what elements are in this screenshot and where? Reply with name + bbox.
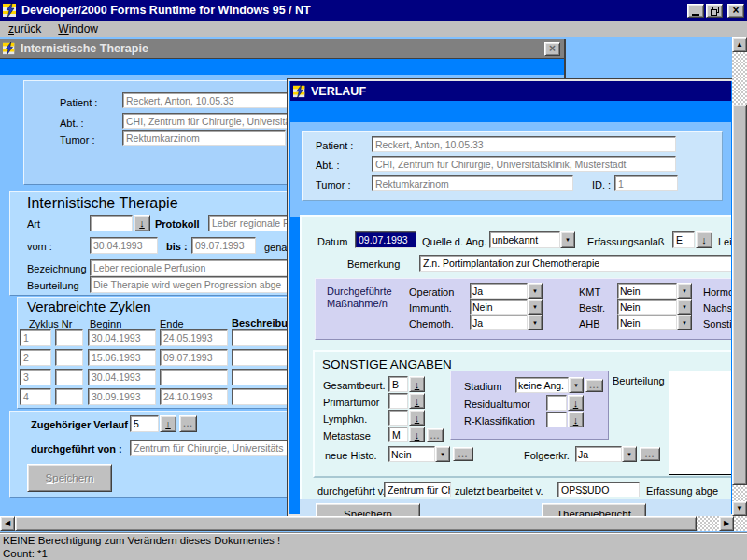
abt-field[interactable]: CHI, Zentrum für Chirurgie, Universitäts… <box>372 156 676 172</box>
folgeerkr-dropdown[interactable]: Ja ▼ <box>575 446 637 462</box>
cycle-ende-field[interactable] <box>160 369 228 385</box>
scroll-down-button[interactable]: ▼ <box>732 501 747 516</box>
ahb-dropdown-arrow-icon[interactable]: ▼ <box>677 315 692 330</box>
stadium-more-button[interactable]: ... <box>585 379 603 392</box>
cycle-nr-field[interactable]: 2 <box>20 349 51 366</box>
quelle-dropdown-arrow-icon[interactable]: ▼ <box>560 231 575 248</box>
immunth-dropdown-arrow-icon[interactable]: ▼ <box>528 299 543 315</box>
r-klassifikation-lov-button[interactable]: ↓ <box>568 412 584 427</box>
residualtumor-lov-button[interactable]: ↓ <box>568 395 584 411</box>
verlauf-lov-button[interactable]: ↓ <box>160 415 176 432</box>
restore-button[interactable] <box>706 4 723 18</box>
tumor-field[interactable]: Rektumkarzinom <box>372 175 573 191</box>
neue-histo-dropdown[interactable]: Nein ▼ <box>388 446 450 462</box>
gesamtbeurt-lov-button[interactable]: ↓ <box>409 376 425 392</box>
gesamtbeurt-field[interactable]: B <box>388 376 408 392</box>
vertical-scroll-thumb[interactable] <box>732 105 747 485</box>
lymphkn-field[interactable] <box>388 410 408 426</box>
quelle-dropdown[interactable]: unbekannt ▼ <box>489 231 575 248</box>
back-abt-field[interactable]: CHI, Zentrum für Chirurgie, Universitäts… <box>122 113 298 129</box>
cycles-col-nr: Zyklus Nr <box>29 318 72 329</box>
chemoth-dropdown-arrow-icon[interactable]: ▼ <box>528 315 543 330</box>
cycles-col-beginn: Beginn <box>90 318 121 329</box>
art-lov-button[interactable]: ↓ <box>134 215 150 231</box>
neue-histo-more-button[interactable]: ... <box>453 447 473 461</box>
id-field[interactable]: 1 <box>614 175 678 191</box>
cycle-ende-field[interactable]: 24.05.1993 <box>160 329 228 346</box>
cycle-beginn-field[interactable]: 30.09.1993 <box>88 388 156 405</box>
operation-dropdown[interactable]: Ja ▼ <box>470 283 543 299</box>
neue-histo-dropdown-arrow-icon[interactable]: ▼ <box>435 446 450 462</box>
minimize-button[interactable] <box>687 4 704 18</box>
stadium-dropdown-arrow-icon[interactable]: ▼ <box>569 377 584 393</box>
cycle-ende-field[interactable]: 24.10.1993 <box>160 388 228 405</box>
primaertumor-lov-button[interactable]: ↓ <box>409 393 425 409</box>
close-button[interactable]: × <box>727 4 744 18</box>
back-window-titlebar[interactable]: Internistische Therapie × <box>0 39 564 59</box>
menu-item-window[interactable]: Window <box>49 22 106 35</box>
scroll-up-button[interactable]: ▲ <box>732 37 747 52</box>
beurteilung-textarea[interactable] <box>669 371 731 475</box>
bestr-dropdown[interactable]: Nein ▼ <box>617 299 692 315</box>
menu-item-zurueck[interactable]: zurück <box>0 22 49 35</box>
verlauf-speichern-button[interactable]: Speichern <box>316 503 420 516</box>
operation-dropdown-arrow-icon[interactable]: ▼ <box>528 283 543 299</box>
bis-field[interactable]: 09.07.1993 <box>191 237 256 254</box>
art-field[interactable] <box>90 215 133 231</box>
back-close-icon: × <box>549 44 556 53</box>
metastase-field[interactable]: M <box>388 427 408 442</box>
durchgefuehrt-v-field[interactable]: Zentrum für Chiru <box>384 482 451 497</box>
verlauf-titlebar[interactable]: VERLAUF <box>290 81 731 101</box>
folgeerkr-more-button[interactable]: ... <box>640 447 660 461</box>
back-tumor-field[interactable]: Rektumkarzinom <box>122 130 286 146</box>
erfassungsanlass-lov-button[interactable]: ↓ <box>696 231 712 248</box>
bestr-dropdown-arrow-icon[interactable]: ▼ <box>677 299 692 315</box>
cycle-beginn-field[interactable]: 30.04.1993 <box>88 369 156 385</box>
kmt-dropdown[interactable]: Nein ▼ <box>617 283 692 299</box>
patient-field[interactable]: Reckert, Anton, 10.05.33 <box>372 136 676 152</box>
cycle-beginn-field[interactable]: 15.06.1993 <box>88 349 156 366</box>
app-titlebar[interactable]: Developer/2000 Forms Runtime for Windows… <box>0 0 747 21</box>
close-icon: × <box>732 6 739 15</box>
verlauf-more-button[interactable]: ... <box>179 415 197 432</box>
kmt-dropdown-arrow-icon[interactable]: ▼ <box>677 283 692 299</box>
r-klassifikation-field[interactable] <box>546 412 567 427</box>
scroll-left-button[interactable]: ◀ <box>0 516 15 531</box>
immunth-dropdown[interactable]: Nein ▼ <box>470 299 543 315</box>
therapiebericht-button[interactable]: Therapiebericht <box>542 503 646 516</box>
cycle-beginn-field[interactable]: 30.04.1993 <box>88 329 156 346</box>
scroll-right-button[interactable]: ▶ <box>719 516 734 531</box>
zugehoeriger-verlauf-field[interactable]: 5 <box>130 415 159 432</box>
horizontal-scroll-thumb[interactable] <box>15 516 697 531</box>
vom-field[interactable]: 30.04.1993 <box>90 237 158 254</box>
cycle-extra-field[interactable] <box>55 349 83 366</box>
cycle-extra-field[interactable] <box>55 388 83 405</box>
cycle-nr-field[interactable]: 4 <box>20 388 51 405</box>
mdi-horizontal-scrollbar[interactable]: ◀ ▶ <box>0 516 734 531</box>
bemerkung-field[interactable]: Z.n. Portimplantation zur Chemotherapie <box>419 255 731 272</box>
primaertumor-field[interactable] <box>388 393 408 409</box>
back-patient-field[interactable]: Reckert, Anton, 10.05.33 <box>122 92 298 108</box>
cycle-nr-field[interactable]: 3 <box>20 369 51 385</box>
erfassungsanlass-field[interactable]: E <box>672 231 695 248</box>
stadium-dropdown[interactable]: keine Ang. ▼ <box>515 377 584 393</box>
back-speichern-button[interactable]: Speichern <box>27 464 112 492</box>
cycle-extra-field[interactable] <box>55 369 83 385</box>
lymphkn-lov-button[interactable]: ↓ <box>409 410 425 426</box>
metastase-more-button[interactable]: ... <box>427 428 444 442</box>
folgeerkr-dropdown-arrow-icon[interactable]: ▼ <box>622 446 637 462</box>
datum-field[interactable]: 09.07.1993 <box>355 231 416 248</box>
metastase-lov-button[interactable]: ↓ <box>409 427 425 442</box>
mdi-vertical-scrollbar[interactable]: ▲ ▼ <box>732 37 747 516</box>
back-window-title: Internistische Therapie <box>21 42 148 55</box>
gesamtbeurt-label: Gesamtbeurt. <box>323 380 386 391</box>
cycle-extra-field[interactable] <box>55 329 83 346</box>
back-window-close-button[interactable]: × <box>544 42 560 56</box>
app-title: Developer/2000 Forms Runtime for Windows… <box>21 4 311 17</box>
cycle-ende-field[interactable]: 09.07.1993 <box>160 349 228 366</box>
ahb-dropdown[interactable]: Nein ▼ <box>617 315 692 330</box>
chemoth-dropdown[interactable]: Ja ▼ <box>470 315 543 330</box>
cycle-nr-field[interactable]: 1 <box>20 329 51 346</box>
bearbeitet-field[interactable]: OPS$UDO <box>557 482 640 497</box>
residualtumor-field[interactable] <box>546 395 567 411</box>
